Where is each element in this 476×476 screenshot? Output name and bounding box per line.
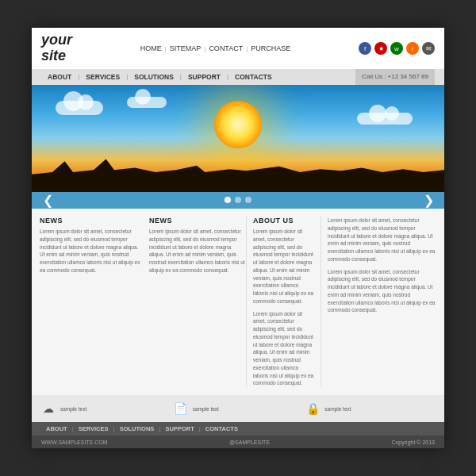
icon-item-2: 📄 sample text (172, 400, 305, 417)
sep2: | (204, 45, 205, 52)
nav-purchase[interactable]: PURCHASE (251, 44, 290, 52)
about-us-col: ABOUT US Lorem ipsum dolor sit amet, con… (246, 217, 321, 387)
sec-nav-support[interactable]: SUPPORT (182, 73, 227, 81)
cloud-icon: ☁ (40, 400, 57, 417)
footer-meta: WWW.SAMPLESITE.COM @SAMPLESITE Copyright… (32, 436, 444, 448)
rss-icon[interactable]: r (406, 42, 419, 55)
news1-title: NEWS (40, 217, 143, 225)
footer-solutions[interactable]: SOLUTIONS (115, 425, 159, 432)
copyright: Copyright © 2013 (391, 440, 435, 445)
about-title: ABOUT US (253, 217, 314, 225)
dot-3[interactable] (245, 197, 251, 203)
web-icon[interactable]: w (390, 42, 403, 55)
about-body1: Lorem ipsum dolor sit amet, consectetur … (253, 228, 314, 305)
content-area: NEWS Lorem ipsum dolor sit amet, consect… (32, 209, 444, 422)
sec-nav-about[interactable]: ABOUT (41, 73, 78, 81)
website-url: WWW.SAMPLESITE.COM (41, 440, 108, 445)
facebook-icon[interactable]: f (359, 42, 371, 55)
icon-label-3: sample text (324, 406, 351, 412)
sec-nav-services[interactable]: SERVICES (79, 73, 126, 81)
logo-line1: your (41, 33, 72, 48)
header: your site HOME | SITEMAP | CONTACT | PUR… (32, 28, 444, 69)
call-us: Call Us : +12 34 567 89 (355, 69, 435, 85)
content-grid: NEWS Lorem ipsum dolor sit amet, consect… (32, 209, 444, 395)
silhouette (32, 148, 444, 192)
cloud-3 (127, 97, 167, 108)
next-arrow[interactable]: ❯ (420, 193, 436, 208)
document-icon: 📄 (172, 400, 190, 417)
secondary-nav: ABOUT | SERVICES | SOLUTIONS | SUPPORT |… (32, 69, 444, 85)
nav-sitemap[interactable]: SITEMAP (170, 44, 202, 52)
icons-row: ☁ sample text 📄 sample text 🔒 sample tex… (32, 395, 444, 422)
email-icon[interactable]: ✉ (422, 42, 435, 55)
about-body2: Lorem ipsum dolor sit amet, consectetur … (253, 310, 314, 388)
news2-body: Lorem ipsum dolor sit amet, consectetur … (149, 228, 246, 274)
logo-line2: site (41, 48, 72, 64)
icon-item-3: 🔒 sample text (304, 400, 436, 417)
sidebar-col: Lorem ipsum dolor sit amet, consectetur … (321, 217, 436, 387)
news2-title: NEWS (149, 217, 246, 225)
footer-contacts[interactable]: CONTACTS (201, 425, 243, 432)
icon-label-1: sample text (60, 406, 86, 412)
footer-nav-items: ABOUT | SERVICES | SOLUTIONS | SUPPORT |… (41, 425, 435, 432)
sec-nav-solutions[interactable]: SOLUTIONS (128, 73, 180, 81)
lock-icon: 🔒 (304, 400, 321, 417)
dot-1[interactable] (225, 197, 231, 203)
sidebar-body: Lorem ipsum dolor sit amet, consectetur … (328, 217, 436, 263)
sun (214, 101, 262, 148)
news-col-1: NEWS Lorem ipsum dolor sit amet, consect… (40, 217, 143, 387)
icon-label-2: sample text (193, 406, 219, 412)
website-container: your site HOME | SITEMAP | CONTACT | PUR… (32, 28, 444, 448)
news1-body: Lorem ipsum dolor sit amet, consectetur … (40, 228, 143, 274)
secondary-nav-items: ABOUT | SERVICES | SOLUTIONS | SUPPORT |… (41, 73, 355, 81)
footer-nav: ABOUT | SERVICES | SOLUTIONS | SUPPORT |… (32, 422, 444, 436)
news-col-2: NEWS Lorem ipsum dolor sit amet, consect… (143, 217, 246, 387)
sep3: | (246, 45, 248, 52)
hero-image (32, 85, 444, 192)
footer-services[interactable]: SERVICES (74, 425, 113, 432)
sidebar-body2: Lorem ipsum dolor sit amet, consectetur … (328, 268, 436, 315)
prev-arrow[interactable]: ❮ (40, 193, 56, 208)
sep1: | (165, 45, 167, 52)
slider-bar: ❮ ❯ (32, 192, 444, 209)
logo: your site (41, 33, 72, 64)
sec-nav-contacts[interactable]: CONTACTS (228, 73, 278, 81)
footer-support[interactable]: SUPPORT (160, 425, 198, 432)
footer-about[interactable]: ABOUT (41, 425, 72, 432)
icon-item-1: ☁ sample text (40, 400, 172, 417)
nav-home[interactable]: HOME (140, 44, 162, 52)
slider-dots (225, 197, 251, 203)
nav-contact[interactable]: CONTACT (209, 44, 243, 52)
star-icon[interactable]: ★ (374, 42, 387, 55)
cloud-1 (56, 101, 103, 115)
social-handle: @SAMPLESITE (229, 440, 270, 445)
hero-sky (32, 85, 444, 192)
social-icons: f ★ w r ✉ (359, 42, 435, 55)
cloud-2 (357, 113, 413, 125)
top-nav: HOME | SITEMAP | CONTACT | PURCHASE (72, 44, 359, 52)
dot-2[interactable] (235, 197, 241, 203)
